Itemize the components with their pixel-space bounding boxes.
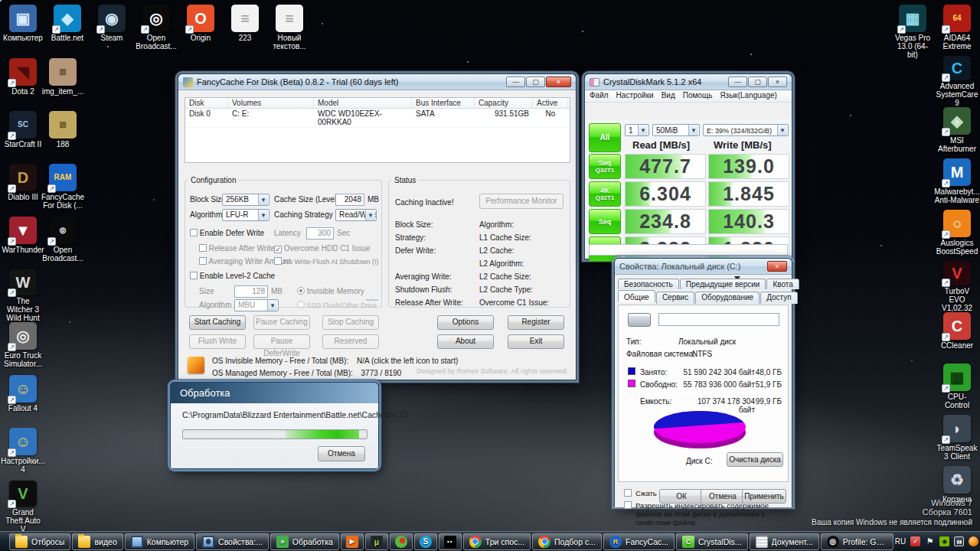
comment-field[interactable] — [589, 244, 788, 256]
options-button[interactable]: Options — [437, 315, 494, 330]
desktop-icon[interactable]: ◎ ↗ Open Broadcast... — [136, 5, 176, 51]
cancel-button[interactable]: Отмена — [701, 489, 745, 504]
cdm-titlebar[interactable]: CrystalDiskMark 5.1.2 x64 — ▢ × — [585, 74, 792, 90]
desktop-icon[interactable]: ▨ ↗ 188 — [43, 111, 83, 164]
disk-table-row[interactable]: Disk 0 C: E: WDC WD10EZEX-00RKKA0 SATA 9… — [185, 109, 570, 128]
test-row-button[interactable]: Seq Q32T1 — [589, 154, 621, 179]
flush-write-button[interactable]: Flush Write — [189, 334, 246, 349]
menu-help[interactable]: Помощь — [683, 91, 713, 101]
about-button[interactable]: About — [437, 334, 494, 349]
desktop-icon[interactable]: C ↗ Advanced SystemCare 9 — [937, 56, 977, 107]
desktop-icon[interactable]: ○ ↗ Auslogics BoostSpeed — [937, 210, 977, 261]
fancycache-titlebar[interactable]: FancyCache For Disk (Beta) 0.8.2 - Trial… — [178, 74, 576, 90]
cancel-button[interactable]: Отмена — [318, 446, 365, 461]
l2-size-input[interactable]: 128 — [234, 285, 268, 298]
test-size-select[interactable]: 50MiB — [652, 124, 700, 136]
desktop-icon[interactable]: M ↗ Malwarebyt... Anti-Malware — [937, 158, 977, 210]
desktop-icon[interactable]: ◉ ↗ Steam — [92, 5, 132, 51]
pinned-app-button[interactable] — [439, 533, 462, 550]
menu-language[interactable]: Язык(Language) — [720, 91, 777, 101]
taskbar-window-button[interactable]: CrystalDis... — [676, 533, 748, 550]
processing-titlebar[interactable]: Обработка — [171, 383, 378, 403]
desktop-icon[interactable]: ☺ ↗ Fallout 4 — [3, 375, 43, 428]
pause-deferwrite-button[interactable]: Pause DeferWrite — [253, 334, 310, 349]
menu-view[interactable]: Вид — [662, 91, 675, 101]
desktop-icon[interactable]: ▣ ↗ Компьютер — [3, 5, 43, 51]
desktop-icon[interactable]: ◗ ↗ TeamSpeak 3 Client — [937, 415, 977, 466]
taskbar-window-button[interactable]: Profile: Go... — [821, 533, 893, 550]
desktop-icon[interactable]: ▼ ↗ WarThunder — [3, 217, 43, 269]
desktop-icon[interactable]: W ↗ The Witcher 3 Wild Hunt — [3, 269, 43, 322]
caching-strategy-select[interactable]: Read/Write — [335, 209, 377, 221]
desktop-icon[interactable]: SC ↗ StarCraft II — [3, 111, 43, 164]
desktop-icon[interactable]: O ↗ Origin — [181, 5, 220, 51]
properties-tab[interactable]: Доступ — [760, 292, 798, 304]
desktop-icon[interactable]: V ↗ Grand Theft Auto V — [3, 481, 43, 533]
column-header[interactable]: Bus Interface — [412, 98, 475, 108]
desktop-icon[interactable]: ▦ ↗ Vegas Pro 13.0 (64-bit) — [893, 5, 933, 59]
menu-settings[interactable]: Настройки — [616, 91, 654, 101]
desktop-icon[interactable]: ◎ ↗ Open Broadcast... — [43, 217, 83, 269]
properties-tab[interactable]: Безопасность — [618, 279, 679, 289]
averaging-write-checkbox[interactable] — [199, 257, 207, 265]
taskbar-window-button[interactable]: Подбор с... — [532, 533, 602, 550]
taskbar-window-button[interactable]: Документ... — [750, 533, 819, 550]
properties-tab[interactable]: Предыдущие версии — [680, 279, 766, 289]
maximize-button[interactable]: ▢ — [748, 77, 767, 87]
network-tray-icon[interactable] — [954, 536, 964, 546]
column-header[interactable]: Disk — [185, 98, 228, 108]
reserved-button[interactable]: Reserved — [322, 334, 379, 349]
taskbar-button[interactable]: Компьютер — [125, 533, 194, 550]
taskbar-button[interactable]: видео — [72, 533, 122, 550]
taskbar-window-button[interactable]: Три спос... — [463, 533, 531, 550]
disk-table[interactable]: DiskVolumesModelBus InterfaceCapacityAct… — [185, 97, 570, 163]
column-header[interactable]: Capacity — [475, 98, 533, 108]
desktop-icon[interactable]: RAM ↗ FancyCache For Disk (... — [43, 164, 83, 217]
register-button[interactable]: Register — [508, 315, 564, 330]
pause-caching-button[interactable]: Pause Caching — [253, 315, 310, 330]
close-button[interactable]: × — [767, 261, 787, 272]
desktop-icon[interactable]: ≡ ↗ 223 — [225, 5, 265, 51]
block-size-select[interactable]: 256KB — [222, 194, 270, 206]
boostspeed-tray-icon[interactable] — [969, 536, 978, 546]
column-header[interactable]: Model — [314, 98, 412, 108]
ssd-flush-radio[interactable] — [297, 301, 305, 308]
properties-tab[interactable]: Сервис — [656, 292, 694, 304]
action-center-flag-icon[interactable] — [925, 536, 935, 546]
properties-tab[interactable]: Квота — [766, 279, 799, 289]
test-row-button[interactable]: 4K Q32T1 — [589, 181, 621, 207]
index-contents-checkbox[interactable] — [624, 501, 632, 509]
language-indicator[interactable]: RU — [895, 537, 906, 546]
minimize-button[interactable]: — — [506, 77, 525, 87]
properties-tab[interactable]: Общие — [618, 290, 655, 302]
invisible-memory-radio[interactable] — [297, 287, 305, 295]
test-count-select[interactable]: 1 — [625, 124, 649, 136]
pinned-app-button[interactable] — [365, 533, 388, 550]
desktop-icon[interactable]: 64 ↗ AIDA64 Extreme — [937, 5, 977, 56]
desktop-icon[interactable]: ▨ ↗ img_item_... — [43, 58, 83, 111]
desktop-icon[interactable]: ◆ ↗ Battle.net — [47, 5, 87, 51]
memory-status-icon[interactable] — [188, 357, 204, 373]
desktop-icon[interactable]: ≡ ↗ Новый текстов... — [270, 5, 309, 51]
target-drive-select[interactable]: E: 39% (324/832GiB) — [703, 124, 789, 136]
compress-disk-checkbox[interactable] — [624, 489, 632, 497]
desktop-icon[interactable]: D ↗ Diablo III — [3, 164, 43, 217]
desktop-icon[interactable]: ◈ ↗ MSI Afterburner — [937, 107, 977, 158]
no-write-flush-checkbox[interactable] — [274, 257, 282, 265]
algorithm-select[interactable]: LFU-R — [222, 209, 270, 221]
nvidia-tray-icon[interactable] — [939, 536, 949, 546]
pinned-app-button[interactable] — [414, 533, 437, 550]
ssd-flush-input[interactable] — [366, 299, 378, 301]
performance-monitor-button[interactable]: Performance Monitor — [479, 194, 564, 209]
close-button[interactable]: × — [546, 77, 571, 87]
l2-algorithm-select[interactable]: MBU — [234, 299, 279, 311]
desktop-icon[interactable]: ☺ ↗ Настройки... 4 — [3, 428, 43, 481]
latency-input[interactable]: 300 — [306, 227, 334, 240]
all-test-button[interactable]: All — [589, 123, 621, 152]
pinned-app-button[interactable] — [390, 533, 413, 550]
release-after-write-checkbox[interactable] — [199, 244, 207, 252]
column-header[interactable]: Volumes — [228, 98, 314, 108]
desktop-icon[interactable]: ▦ ↗ CPU-Control — [937, 364, 977, 415]
defer-write-checkbox[interactable] — [190, 229, 198, 236]
exit-button[interactable]: Exit — [508, 334, 564, 349]
